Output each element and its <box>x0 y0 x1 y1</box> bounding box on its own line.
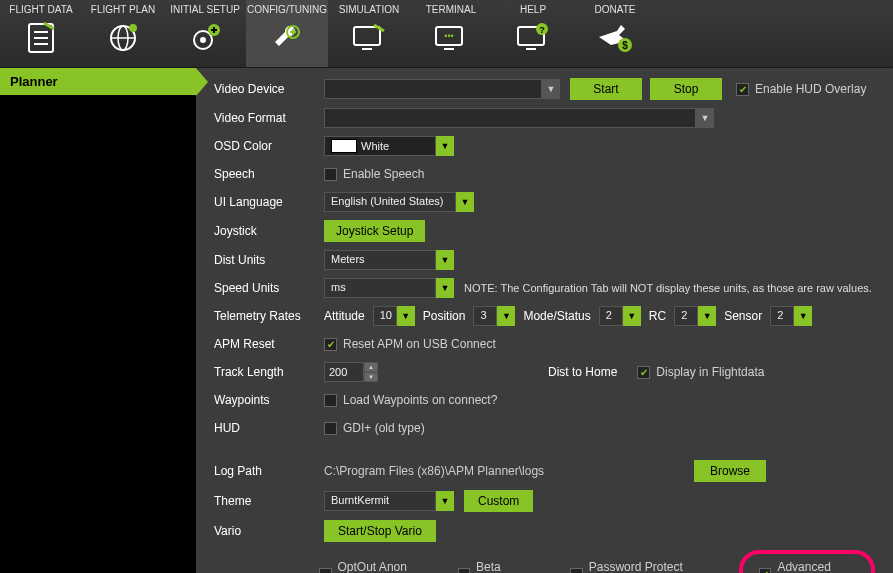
position-select[interactable]: 3▼ <box>473 306 515 326</box>
apm-reset-checkbox[interactable] <box>324 338 337 351</box>
chevron-down-icon[interactable]: ▼ <box>623 306 641 326</box>
dist-home-label: Dist to Home <box>548 365 617 379</box>
chevron-down-icon[interactable]: ▼ <box>397 306 415 326</box>
tb-flight-plan[interactable]: FLIGHT PLAN <box>82 0 164 67</box>
video-format-select[interactable]: ▼ <box>324 108 714 128</box>
waypoints-checkbox[interactable] <box>324 394 337 407</box>
display-flightdata-label: Display in Flightdata <box>656 365 764 379</box>
ui-language-select[interactable]: English (United States) ▼ <box>324 192 474 212</box>
globe-icon <box>105 20 141 56</box>
svg-text:?: ? <box>539 25 545 35</box>
hud-overlay-label: Enable HUD Overlay <box>755 82 866 96</box>
attitude-label: Attitude <box>324 309 365 323</box>
speed-units-select[interactable]: ms ▼ <box>324 278 454 298</box>
display-flightdata-checkbox[interactable] <box>637 366 650 379</box>
speed-units-label: Speed Units <box>214 281 324 295</box>
terminal-icon: ••• <box>433 20 469 56</box>
wrench-icon <box>269 20 305 56</box>
enable-speech-checkbox[interactable] <box>324 168 337 181</box>
pwd-checkbox[interactable] <box>570 568 582 574</box>
clipboard-icon <box>23 20 59 56</box>
rc-select[interactable]: 2▼ <box>674 306 716 326</box>
speed-units-note: NOTE: The Configuration Tab will NOT dis… <box>464 282 872 294</box>
video-stop-button[interactable]: Stop <box>650 78 722 100</box>
joystick-setup-button[interactable]: Joystick Setup <box>324 220 425 242</box>
chevron-down-icon[interactable]: ▼ <box>696 108 714 128</box>
hud-cb-label: GDI+ (old type) <box>343 421 425 435</box>
advanced-view-checkbox[interactable] <box>759 568 771 574</box>
dist-units-label: Dist Units <box>214 253 324 267</box>
svg-point-7 <box>129 24 137 32</box>
custom-theme-button[interactable]: Custom <box>464 490 533 512</box>
pwd-label: Password Protect Config <box>589 560 713 573</box>
tb-terminal[interactable]: TERMINAL ••• <box>410 0 492 67</box>
vario-label: Vario <box>214 524 324 538</box>
spinner-up[interactable]: ▲ <box>364 362 378 372</box>
osd-color-select[interactable]: White ▼ <box>324 136 454 156</box>
log-path-value: C:\Program Files (x86)\APM Planner\logs <box>324 464 694 478</box>
osd-color-label: OSD Color <box>214 139 324 153</box>
chevron-down-icon[interactable]: ▼ <box>542 79 560 99</box>
sidebar: Planner <box>0 68 196 573</box>
dist-units-select[interactable]: Meters ▼ <box>324 250 454 270</box>
hud-checkbox[interactable] <box>324 422 337 435</box>
svg-point-9 <box>200 37 206 43</box>
chevron-down-icon[interactable]: ▼ <box>436 278 454 298</box>
advanced-view-highlight: Advanced View <box>739 550 875 573</box>
vario-button[interactable]: Start/Stop Vario <box>324 520 436 542</box>
tb-donate[interactable]: DONATE $ <box>574 0 656 67</box>
advanced-view-label: Advanced View <box>777 560 855 573</box>
svg-text:•••: ••• <box>444 31 453 41</box>
help-icon: ? <box>515 20 551 56</box>
color-swatch <box>331 139 357 153</box>
log-path-label: Log Path <box>214 464 324 478</box>
waypoints-label: Waypoints <box>214 393 324 407</box>
tb-config-tuning[interactable]: CONFIG/TUNING <box>246 0 328 67</box>
apm-reset-cb-label: Reset APM on USB Connect <box>343 337 496 351</box>
video-start-button[interactable]: Start <box>570 78 642 100</box>
modestatus-label: Mode/Status <box>523 309 590 323</box>
svg-text:$: $ <box>622 40 628 51</box>
waypoints-cb-label: Load Waypoints on connect? <box>343 393 497 407</box>
hud-overlay-checkbox[interactable] <box>736 83 749 96</box>
attitude-select[interactable]: 10▼ <box>373 306 415 326</box>
chevron-down-icon[interactable]: ▼ <box>436 491 454 511</box>
chevron-down-icon[interactable]: ▼ <box>698 306 716 326</box>
browse-button[interactable]: Browse <box>694 460 766 482</box>
chevron-down-icon[interactable]: ▼ <box>794 306 812 326</box>
beta-label: Beta Updates <box>476 560 544 573</box>
video-device-select[interactable]: ▼ <box>324 79 560 99</box>
position-label: Position <box>423 309 466 323</box>
joystick-label: Joystick <box>214 224 324 238</box>
beta-checkbox[interactable] <box>458 568 470 574</box>
apm-reset-label: APM Reset <box>214 337 324 351</box>
toolbar: FLIGHT DATA FLIGHT PLAN INITIAL SETUP CO… <box>0 0 893 68</box>
settings-panel: Video Device ▼ Start Stop Enable HUD Ove… <box>196 68 893 573</box>
chevron-down-icon[interactable]: ▼ <box>497 306 515 326</box>
theme-label: Theme <box>214 494 324 508</box>
tb-help[interactable]: HELP ? <box>492 0 574 67</box>
plane-dollar-icon: $ <box>597 20 633 56</box>
track-length-input[interactable]: ▲▼ <box>324 362 378 382</box>
telemetry-label: Telemetry Rates <box>214 309 324 323</box>
chevron-down-icon[interactable]: ▼ <box>456 192 474 212</box>
tb-initial-setup[interactable]: INITIAL SETUP <box>164 0 246 67</box>
svg-rect-16 <box>354 27 380 45</box>
sensor-select[interactable]: 2▼ <box>770 306 812 326</box>
rc-label: RC <box>649 309 666 323</box>
gear-plus-icon <box>187 20 223 56</box>
optout-checkbox[interactable] <box>319 568 331 574</box>
chevron-down-icon[interactable]: ▼ <box>436 136 454 156</box>
video-format-label: Video Format <box>214 111 324 125</box>
enable-speech-label: Enable Speech <box>343 167 424 181</box>
sidebar-tab-planner[interactable]: Planner <box>0 68 196 95</box>
chevron-down-icon[interactable]: ▼ <box>436 250 454 270</box>
track-length-label: Track Length <box>214 365 324 379</box>
tb-simulation[interactable]: SIMULATION <box>328 0 410 67</box>
modestatus-select[interactable]: 2▼ <box>599 306 641 326</box>
optout-label: OptOut Anon Stats <box>338 560 432 573</box>
speech-label: Speech <box>214 167 324 181</box>
theme-select[interactable]: BurntKermit ▼ <box>324 491 454 511</box>
spinner-down[interactable]: ▼ <box>364 372 378 382</box>
tb-flight-data[interactable]: FLIGHT DATA <box>0 0 82 67</box>
